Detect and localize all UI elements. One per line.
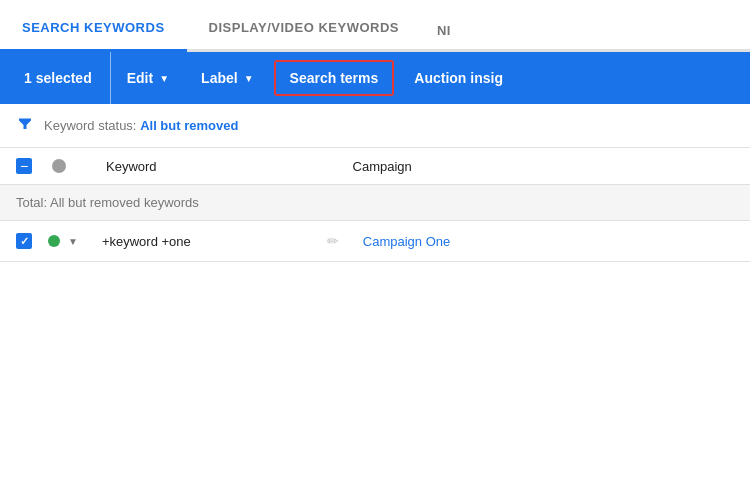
label-label: Label [201,70,238,86]
filter-value: All but removed [140,118,238,133]
row-dropdown-arrow[interactable]: ▼ [68,236,78,247]
table-header: Keyword Campaign [0,148,750,185]
edit-pencil-icon[interactable]: ✏ [327,233,339,249]
selected-count: 1 selected [16,52,111,104]
keyword-value: +keyword +one [102,234,191,249]
action-bar: 1 selected Edit ▼ Label ▼ Search terms A… [0,52,750,104]
edit-dropdown-arrow: ▼ [159,73,169,84]
filter-keyword-status: Keyword status: [44,118,137,133]
row-checkbox[interactable] [16,233,32,249]
edit-label: Edit [127,70,153,86]
edit-button[interactable]: Edit ▼ [111,52,185,104]
label-dropdown-arrow: ▼ [244,73,254,84]
label-button[interactable]: Label ▼ [185,52,269,104]
tab-display-video-keywords[interactable]: DISPLAY/VIDEO KEYWORDS [187,6,421,52]
total-row: Total: All but removed keywords [0,185,750,221]
auction-insights-button[interactable]: Auction insig [398,52,519,104]
campaign-link[interactable]: Campaign One [363,234,450,249]
status-active-dot [48,235,60,247]
table-row: ▼ +keyword +one ✏ Campaign One [0,221,750,262]
select-all-checkbox[interactable] [16,158,32,174]
filter-bar: Keyword status: All but removed [0,104,750,148]
filter-label: Keyword status: All but removed [44,118,238,133]
status-column-icon [52,159,66,173]
tab-more[interactable]: NI [421,9,467,52]
column-keyword: Keyword [106,159,157,174]
tab-search-keywords[interactable]: SEARCH KEYWORDS [0,6,187,52]
filter-icon [16,114,34,137]
search-terms-button[interactable]: Search terms [274,60,395,96]
column-campaign: Campaign [353,159,412,174]
tab-bar: SEARCH KEYWORDS DISPLAY/VIDEO KEYWORDS N… [0,0,750,52]
